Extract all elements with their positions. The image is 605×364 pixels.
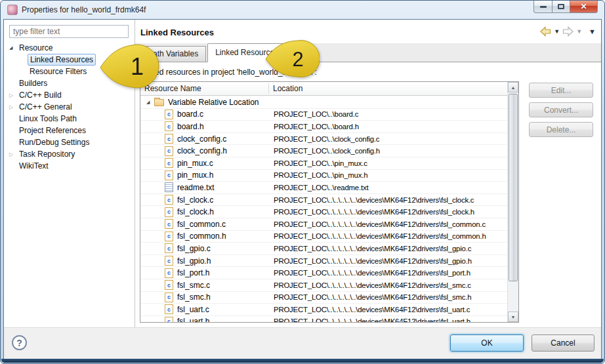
svg-text:2: 2 (292, 48, 303, 71)
forward-arrow-icon[interactable] (562, 26, 574, 37)
location-cell: PROJECT_LOC\..\..\..\..\..\devices\MK64F… (269, 196, 507, 204)
table-row-fsl-gpio-c[interactable]: cfsl_gpio.cPROJECT_LOC\..\..\..\..\..\de… (140, 243, 507, 255)
table-row-pin-mux-c[interactable]: cpin_mux.cPROJECT_LOC\..\pin_mux.c (140, 157, 507, 170)
maximize-icon (558, 4, 564, 9)
main-panel: Linked Resources ▼ ▼ ▼ Path VariablesLin… (135, 20, 601, 329)
maximize-button[interactable] (553, 1, 570, 13)
scroll-down-icon[interactable]: ▼ (508, 312, 518, 322)
sidebar-item-label: Linux Tools Path (17, 113, 79, 124)
collapsed-arrow-icon[interactable]: ▷ (9, 92, 17, 98)
vertical-scrollbar[interactable]: ▲ ▼ (507, 82, 518, 322)
location-cell: PROJECT_LOC\..\clock_config.h (269, 147, 507, 155)
edit-button[interactable]: Edit... (529, 83, 593, 98)
sidebar-item-linux-tools-path[interactable]: Linux Tools Path (4, 113, 135, 125)
sidebar-item-label: Project References (17, 125, 88, 136)
sidebar-item-task-repository[interactable]: ▷Task Repository (4, 148, 135, 160)
table-row-fsl-clock-c[interactable]: cfsl_clock.cPROJECT_LOC\..\..\..\..\..\d… (140, 194, 507, 207)
expanded-arrow-icon[interactable]: ◢ (146, 100, 154, 105)
location-cell: PROJECT_LOC\..\clock_config.c (269, 135, 507, 143)
table-row-readme-txt[interactable]: readme.txtPROJECT_LOC\..\readme.txt (140, 182, 507, 194)
table-row-fsl-common-c[interactable]: cfsl_common.cPROJECT_LOC\..\..\..\..\..\… (140, 218, 507, 231)
c-file-icon: c (165, 158, 173, 168)
c-file-icon: c (165, 256, 173, 266)
sidebar-item-label: WikiText (17, 161, 51, 171)
table-row-fsl-smc-c[interactable]: cfsl_smc.cPROJECT_LOC\..\..\..\..\..\dev… (140, 279, 507, 292)
column-divider[interactable] (268, 83, 269, 94)
sidebar-item-label: C/C++ General (17, 102, 74, 112)
resource-name-cell: cfsl_port.h (140, 268, 269, 278)
table-row-board-h[interactable]: cboard.hPROJECT_LOC\..\board.h (140, 121, 507, 133)
resource-name-cell: cpin_mux.h (140, 171, 269, 180)
location-cell: PROJECT_LOC\..\..\..\..\..\devices\MK64F… (269, 208, 507, 216)
back-arrow-icon[interactable] (540, 26, 551, 37)
location-cell: PROJECT_LOC\..\..\..\..\..\devices\MK64F… (269, 306, 507, 313)
convert-button[interactable]: Convert... (529, 102, 593, 117)
properties-dialog: Properties for hello_world_frdmk64f ✕ ◢R… (0, 0, 605, 364)
table-row-variable-relative-location[interactable]: ◢Variable Relative Location (140, 96, 507, 109)
title-bar[interactable]: Properties for hello_world_frdmk64f (3, 1, 602, 19)
scroll-up-icon[interactable]: ▲ (508, 82, 518, 92)
resource-name-label: board.h (177, 122, 204, 131)
resource-name-label: fsl_uart.h (177, 317, 209, 322)
cancel-button[interactable]: Cancel (532, 334, 595, 352)
minimize-button[interactable] (533, 1, 553, 13)
table-row-fsl-smc-h[interactable]: cfsl_smc.hPROJECT_LOC\..\..\..\..\..\dev… (140, 292, 507, 304)
sidebar-item-label: Resource Filters (28, 66, 89, 77)
resource-name-cell: cclock_config.h (140, 146, 269, 156)
table-row-fsl-common-h[interactable]: cfsl_common.hPROJECT_LOC\..\..\..\..\..\… (140, 231, 507, 243)
c-file-icon: c (165, 304, 173, 314)
back-dropdown-icon[interactable]: ▼ (554, 28, 560, 35)
sidebar-item-project-references[interactable]: Project References (4, 125, 135, 136)
delete-button[interactable]: Delete... (529, 122, 593, 137)
forward-dropdown-icon[interactable]: ▼ (576, 28, 582, 35)
resource-name-cell: cfsl_smc.c (140, 280, 269, 290)
location-cell: PROJECT_LOC\..\pin_mux.c (269, 159, 507, 167)
table-row-fsl-gpio-h[interactable]: cfsl_gpio.hPROJECT_LOC\..\..\..\..\..\de… (140, 255, 507, 268)
filter-input[interactable] (9, 25, 129, 38)
location-cell: PROJECT_LOC\..\..\..\..\..\devices\MK64F… (269, 220, 507, 228)
minimize-icon (540, 6, 547, 8)
table-row-clock-config-c[interactable]: cclock_config.cPROJECT_LOC\..\clock_conf… (140, 133, 507, 146)
sidebar-item-wikitext[interactable]: WikiText (4, 160, 135, 172)
page-title: Linked Resources (140, 28, 214, 37)
sidebar-item-c-c-general[interactable]: ▷C/C++ General (4, 101, 135, 113)
resource-name-label: pin_mux.h (177, 171, 213, 180)
view-menu-icon[interactable]: ▼ (589, 28, 596, 35)
resource-name-cell: cfsl_clock.h (140, 207, 269, 217)
table-row-fsl-uart-h[interactable]: cfsl_uart.hPROJECT_LOC\..\..\..\..\..\de… (140, 316, 507, 322)
c-file-icon: c (165, 134, 173, 144)
expanded-arrow-icon[interactable]: ◢ (9, 45, 17, 51)
table-header: Resource Name Location (140, 82, 518, 96)
table-row-clock-config-h[interactable]: cclock_config.hPROJECT_LOC\..\clock_conf… (140, 145, 507, 157)
resource-name-cell: cfsl_gpio.c (140, 243, 269, 253)
sidebar-item-c-c-build[interactable]: ▷C/C++ Build (4, 89, 135, 101)
collapsed-arrow-icon[interactable]: ▷ (9, 104, 17, 110)
table-row-fsl-uart-c[interactable]: cfsl_uart.cPROJECT_LOC\..\..\..\..\..\de… (140, 304, 507, 316)
table-row-fsl-clock-h[interactable]: cfsl_clock.hPROJECT_LOC\..\..\..\..\..\d… (140, 206, 507, 218)
c-file-icon: c (165, 207, 173, 217)
table-row-fsl-port-h[interactable]: cfsl_port.hPROJECT_LOC\..\..\..\..\..\de… (140, 267, 507, 279)
linked-resources-table: Resource Name Location ◢Variable Relativ… (140, 81, 519, 323)
help-button[interactable]: ? (12, 335, 27, 350)
resource-name-label: fsl_uart.c (177, 305, 209, 314)
table-row-pin-mux-h[interactable]: cpin_mux.hPROJECT_LOC\..\pin_mux.h (140, 170, 507, 182)
table-row-board-c[interactable]: cboard.cPROJECT_LOC\..\board.c (140, 109, 507, 121)
location-cell: PROJECT_LOC\..\..\..\..\..\devices\MK64F… (269, 232, 507, 240)
folder-icon (154, 99, 164, 106)
ok-button[interactable]: OK (450, 334, 524, 352)
c-file-icon: c (165, 317, 173, 322)
c-file-icon: c (165, 293, 173, 302)
column-header-location[interactable]: Location (273, 84, 302, 93)
sidebar-item-run-debug-settings[interactable]: Run/Debug Settings (4, 136, 135, 148)
c-file-icon: c (165, 243, 173, 253)
scrollbar-thumb[interactable] (509, 94, 518, 281)
close-button[interactable]: ✕ (570, 1, 598, 13)
collapsed-arrow-icon[interactable]: ▷ (9, 152, 17, 157)
location-cell: PROJECT_LOC\..\pin_mux.h (269, 171, 507, 179)
location-cell: PROJECT_LOC\..\..\..\..\..\devices\MK64F… (269, 245, 507, 253)
history-nav: ▼ ▼ ▼ (540, 26, 596, 37)
resource-name-cell: ◢Variable Relative Location (140, 98, 269, 107)
tab-strip: Path VariablesLinked Resources (135, 43, 601, 62)
resource-name-cell: cfsl_uart.c (140, 304, 269, 314)
resource-name-label: fsl_port.h (177, 268, 209, 277)
